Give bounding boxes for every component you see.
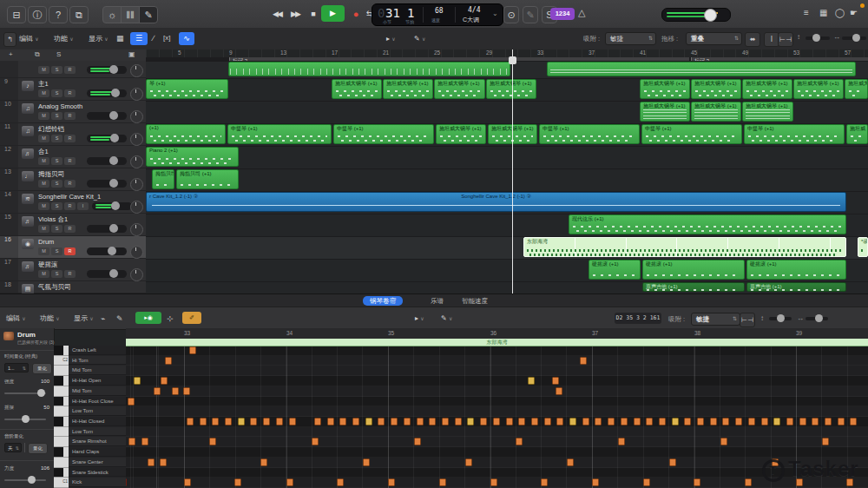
track-r-button[interactable]: R (64, 247, 76, 255)
midi-note[interactable] (493, 418, 500, 425)
drum-lane-name[interactable]: Hi-Hat Foot Close (69, 397, 126, 406)
track-s-button[interactable]: S (51, 270, 62, 278)
region[interactable]: 施坦威大钢琴 (+1) (486, 79, 536, 99)
low-latency-icon[interactable]: ✎ (523, 6, 538, 23)
midi-note[interactable] (442, 418, 449, 425)
track-s-button[interactable]: S (51, 202, 62, 210)
region[interactable]: 施坦威大钢琴 (+1) (383, 79, 433, 99)
ruler-bar-number[interactable]: 33 (537, 49, 543, 56)
track-volume-slider[interactable] (87, 247, 127, 255)
ruler-bar-number[interactable]: 5 (178, 49, 181, 56)
midi-note[interactable] (225, 418, 232, 425)
region[interactable]: 琴 (+1) (146, 79, 228, 99)
black-key[interactable] (54, 468, 63, 478)
ruler-bar-number[interactable]: 13 (280, 49, 286, 56)
list-view-icon[interactable]: ☰ (130, 32, 148, 45)
midi-note[interactable] (455, 418, 462, 425)
midi-note[interactable] (528, 377, 535, 385)
midi-note[interactable] (467, 418, 474, 425)
midi-note[interactable] (595, 418, 602, 425)
midi-note[interactable] (339, 418, 346, 425)
track-s-button[interactable]: S (51, 247, 62, 255)
region[interactable]: 施坦威大 (845, 79, 868, 99)
drum-lane-name[interactable]: Hi-Hat Open (69, 376, 126, 386)
pointer-tool-menu[interactable]: ▸ ∨ (386, 32, 396, 45)
ruler-bar-number[interactable]: 37 (589, 49, 595, 56)
info-icon[interactable]: ⓘ (28, 6, 47, 23)
midi-note[interactable] (148, 458, 155, 466)
media-browser-icon[interactable]: ☛ (850, 8, 858, 17)
track-header-row[interactable]: MSR (0, 61, 146, 78)
track-volume-slider[interactable] (87, 157, 127, 165)
tab-smart-tempo[interactable]: 智能速度 (455, 296, 495, 306)
midi-note[interactable] (745, 478, 752, 486)
track-volume-knob[interactable] (110, 134, 119, 142)
duplicate-track-icon[interactable]: ⧉ (35, 50, 40, 59)
black-key[interactable] (54, 346, 63, 355)
track-name[interactable]: Drum (38, 238, 54, 246)
scale-quantize-dropdown[interactable]: 关⇅ (4, 443, 22, 452)
track-pan-knob[interactable] (130, 155, 143, 168)
track-m-button[interactable]: M (38, 135, 49, 142)
midi-note[interactable] (314, 418, 321, 425)
midi-note[interactable] (184, 478, 191, 486)
drum-lane-name[interactable]: Snare Rimshot (69, 437, 126, 446)
track-s-button[interactable]: S (51, 180, 62, 188)
midi-note[interactable] (799, 418, 806, 425)
drum-lane-name[interactable]: Hi Tom (69, 356, 126, 366)
track-pan-knob[interactable] (130, 246, 143, 259)
play-button[interactable]: ▶ (321, 5, 345, 22)
midi-note[interactable] (531, 418, 538, 425)
track-volume-slider[interactable] (92, 202, 132, 210)
midi-note[interactable] (544, 418, 551, 425)
midi-note[interactable] (134, 377, 141, 385)
region[interactable]: r Cave Kit_1.2 (-1) ②Songhellir Cave Kit… (146, 192, 846, 212)
strength-slider[interactable] (4, 392, 46, 394)
track-pan-knob[interactable] (130, 110, 143, 123)
midi-note[interactable] (812, 418, 819, 425)
collapse-icon[interactable]: ⊢⊣ (778, 32, 793, 47)
region[interactable]: (+1) (146, 124, 226, 144)
brush-tool-toggle[interactable]: ✐ (182, 312, 201, 324)
midi-note[interactable] (541, 478, 548, 486)
midi-note[interactable] (720, 438, 727, 445)
quick-help-icon[interactable]: ? (49, 6, 68, 23)
region[interactable]: 硬摇滚 (+1) (642, 260, 745, 280)
track-volume-slider[interactable] (87, 135, 127, 142)
midi-note[interactable] (643, 478, 650, 486)
track-pan-knob[interactable] (130, 88, 143, 101)
track-header-row[interactable]: 11♫幻想铃铛MSR (0, 123, 146, 146)
midi-in-toggle[interactable]: ▸◉ (135, 312, 161, 324)
arrange-area[interactable]: 59131721252933374145495357标记 2标记 3琴 (+1)… (146, 49, 868, 293)
track-s-button[interactable]: S (51, 157, 62, 165)
midi-note[interactable] (634, 418, 641, 425)
horizontal-zoom-slider[interactable] (842, 36, 866, 40)
track-m-button[interactable]: M (38, 202, 49, 210)
track-pan-knob[interactable] (130, 201, 143, 214)
track-volume-slider[interactable] (87, 112, 127, 120)
region[interactable]: 现代弦乐 (+1) (569, 214, 846, 234)
track-header-row[interactable]: 18▤气氛与贝司 (0, 281, 146, 293)
list-editors-icon[interactable]: ≡ (804, 8, 809, 17)
lcd-display[interactable]: 0 31 1 小节 节拍 68 速度 4/4 C大调 ⌄ (372, 3, 503, 26)
region[interactable]: 中提琴 (+1) (744, 124, 845, 144)
region[interactable]: 施坦威大钢琴 (+1) (742, 102, 793, 122)
midi-note[interactable] (414, 438, 421, 445)
piano-keys[interactable]: C2C1 (54, 346, 69, 488)
midi-note[interactable] (773, 418, 780, 425)
region[interactable]: 施坦威大钢琴 (+1) (691, 102, 741, 122)
track-r-button[interactable]: R (64, 112, 76, 120)
region[interactable]: 硬摇滚 (+1) (589, 260, 641, 280)
track-s-button[interactable]: S (51, 89, 62, 97)
midi-note[interactable] (669, 458, 676, 466)
editor-region-strip[interactable]: 东部海湾 (126, 339, 868, 346)
track-volume-slider[interactable] (87, 225, 127, 233)
loop-browser-icon[interactable]: ◯ (835, 8, 845, 17)
midi-note[interactable] (506, 418, 513, 425)
ruler-bar-number[interactable]: 17 (332, 49, 338, 56)
midi-note[interactable] (126, 478, 127, 486)
master-volume-knob[interactable] (704, 9, 717, 22)
midi-note[interactable] (337, 478, 344, 486)
midi-note[interactable] (838, 418, 845, 425)
midi-note[interactable] (822, 438, 829, 445)
